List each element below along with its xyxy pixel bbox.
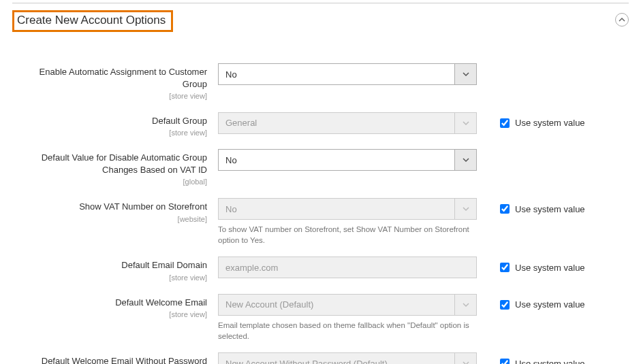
field-control: General [218, 112, 477, 134]
use-system-value: Use system value [477, 257, 585, 274]
use-system-value-label: Use system value [515, 118, 585, 128]
select-input[interactable]: No [218, 63, 477, 85]
section-title: Create New Account Options [17, 14, 166, 27]
use-system-value-checkbox[interactable] [500, 359, 510, 364]
use-system-value-checkbox[interactable] [500, 300, 510, 310]
field-control: No [218, 63, 477, 85]
field-label-text: Enable Automatic Assignment to Customer … [12, 66, 207, 90]
config-row: Default Email Domain[store view]example.… [12, 257, 629, 282]
field-label-text: Default Email Domain [12, 259, 207, 271]
section-title-highlight: Create New Account Options [12, 10, 173, 32]
field-control: NoTo show VAT number on Storefront, set … [218, 198, 477, 246]
use-system-value-label: Use system value [515, 359, 585, 364]
field-label-text: Show VAT Number on Storefront [12, 201, 207, 213]
use-system-value [477, 63, 497, 67]
chevron-down-icon [455, 198, 477, 220]
chevron-down-icon [455, 112, 477, 134]
config-row: Enable Automatic Assignment to Customer … [12, 63, 629, 101]
text-input: example.com [218, 257, 477, 278]
field-label: Default Group[store view] [12, 112, 218, 138]
field-control: New Account Without Password (Default)Th… [218, 352, 477, 364]
field-label: Default Email Domain[store view] [12, 257, 218, 282]
select-value: No [218, 149, 455, 171]
select-input: New Account (Default) [218, 294, 477, 316]
use-system-value-checkbox[interactable] [500, 204, 510, 214]
use-system-value-label: Use system value [515, 299, 585, 310]
use-system-value: Use system value [477, 352, 585, 364]
chevron-down-icon [455, 149, 477, 171]
field-control: No [218, 149, 477, 171]
field-label: Show VAT Number on Storefront[website] [12, 198, 218, 224]
field-scope: [store view] [12, 128, 207, 138]
use-system-value-label: Use system value [515, 204, 585, 214]
use-system-value-label: Use system value [515, 263, 585, 273]
field-label: Default Welcome Email[store view] [12, 294, 218, 320]
config-row: Default Welcome Email[store view]New Acc… [12, 294, 629, 342]
use-system-value: Use system value [477, 294, 585, 312]
select-input: New Account Without Password (Default) [218, 352, 477, 364]
use-system-value: Use system value [477, 112, 585, 130]
config-row: Show VAT Number on Storefront[website]No… [12, 198, 629, 246]
select-value: No [218, 63, 455, 85]
use-system-value: Use system value [477, 198, 585, 216]
select-value: New Account Without Password (Default) [218, 352, 455, 364]
text-input-value: example.com [218, 257, 477, 278]
field-hint: Email template chosen based on theme fal… [218, 320, 477, 342]
section-header: Create New Account Options [12, 3, 629, 36]
field-label-text: Default Welcome Email Without Password [12, 355, 207, 364]
select-value: General [218, 112, 455, 134]
config-row: Default Value for Disable Automatic Grou… [12, 149, 629, 187]
use-system-value [477, 149, 497, 153]
field-hint: To show VAT number on Storefront, set Sh… [218, 224, 477, 246]
select-input: General [218, 112, 477, 134]
field-label: Enable Automatic Assignment to Customer … [12, 63, 218, 101]
field-label: Default Value for Disable Automatic Grou… [12, 149, 218, 187]
form-area: Enable Automatic Assignment to Customer … [12, 36, 629, 364]
field-scope: [store view] [12, 91, 207, 101]
use-system-value-checkbox[interactable] [500, 263, 510, 272]
collapse-button[interactable] [615, 13, 629, 27]
field-scope: [website] [12, 214, 207, 225]
field-label-text: Default Welcome Email [12, 297, 207, 309]
field-scope: [store view] [12, 310, 207, 320]
chevron-down-icon [455, 63, 477, 85]
config-row: Default Group[store view]GeneralUse syst… [12, 112, 629, 138]
select-input[interactable]: No [218, 149, 477, 171]
config-row: Default Welcome Email Without Password[s… [12, 352, 629, 364]
use-system-value-checkbox[interactable] [500, 118, 510, 128]
field-control: example.com [218, 257, 477, 278]
field-scope: [store view] [12, 273, 207, 283]
select-value: New Account (Default) [218, 294, 455, 316]
field-label: Default Welcome Email Without Password[s… [12, 352, 218, 364]
select-input: No [218, 198, 477, 220]
chevron-up-icon [619, 16, 625, 23]
field-label-text: Default Group [12, 115, 207, 127]
field-control: New Account (Default)Email template chos… [218, 294, 477, 342]
field-label-text: Default Value for Disable Automatic Grou… [12, 152, 207, 176]
select-value: No [218, 198, 455, 220]
chevron-down-icon [455, 352, 477, 364]
field-scope: [global] [12, 177, 207, 187]
chevron-down-icon [455, 294, 477, 316]
